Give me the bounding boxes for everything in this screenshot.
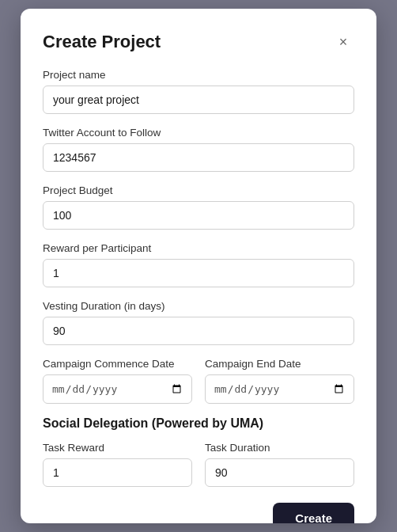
twitter-label: Twitter Account to Follow	[43, 127, 354, 139]
campaign-start-group: Campaign Commence Date	[43, 358, 192, 404]
task-row: Task Reward Task Duration	[43, 442, 354, 487]
create-button[interactable]: Create	[273, 503, 354, 523]
project-name-group: Project name	[43, 69, 354, 114]
campaign-start-input[interactable]	[43, 374, 192, 404]
twitter-group: Twitter Account to Follow	[43, 127, 354, 172]
reward-input[interactable]	[43, 259, 354, 287]
campaign-dates-row: Campaign Commence Date Campaign End Date	[43, 358, 354, 404]
modal-title: Create Project	[43, 32, 161, 52]
close-button[interactable]: ×	[332, 31, 354, 53]
campaign-end-group: Campaign End Date	[205, 358, 354, 404]
task-duration-label: Task Duration	[205, 442, 354, 454]
task-duration-group: Task Duration	[205, 442, 354, 487]
twitter-input[interactable]	[43, 143, 354, 172]
task-reward-input[interactable]	[43, 458, 192, 487]
vesting-input[interactable]	[43, 317, 354, 345]
campaign-end-input[interactable]	[205, 374, 354, 404]
task-duration-input[interactable]	[205, 458, 354, 487]
task-reward-label: Task Reward	[43, 442, 192, 454]
vesting-label: Vesting Duration (in days)	[43, 300, 354, 312]
campaign-start-label: Campaign Commence Date	[43, 358, 192, 370]
campaign-end-label: Campaign End Date	[205, 358, 354, 370]
budget-label: Project Budget	[43, 184, 354, 196]
modal: Create Project × Project name Twitter Ac…	[21, 9, 376, 523]
budget-input[interactable]	[43, 201, 354, 230]
social-delegation-title: Social Delegation (Powered by UMA)	[43, 416, 354, 431]
reward-group: Reward per Participant	[43, 242, 354, 287]
modal-header: Create Project ×	[43, 31, 354, 53]
project-name-input[interactable]	[43, 86, 354, 114]
project-name-label: Project name	[43, 69, 354, 81]
budget-group: Project Budget	[43, 184, 354, 230]
reward-label: Reward per Participant	[43, 242, 354, 254]
modal-footer: Create	[43, 503, 354, 523]
vesting-group: Vesting Duration (in days)	[43, 300, 354, 345]
task-reward-group: Task Reward	[43, 442, 192, 487]
